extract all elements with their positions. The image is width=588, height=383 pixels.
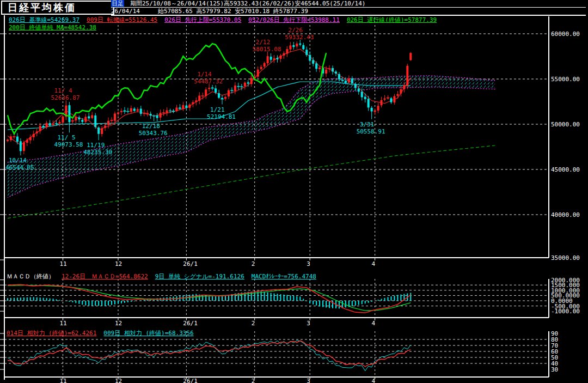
x-axis-label: 4 bbox=[372, 260, 376, 268]
chart-annotation: 3/3150558.91 bbox=[357, 121, 385, 135]
legend-item: MACDｵｼﾚｰﾀｰ=756.4748 bbox=[252, 273, 316, 280]
chart-annotation: 1/2152194.81 bbox=[207, 106, 236, 120]
y-axis-label: 55000.00 bbox=[551, 76, 580, 83]
header-line1: 日足 期間25/10/08～26/04/14(125)高59332.43(26/… bbox=[111, 0, 586, 8]
header: 日足 期間25/10/08～26/04/14(125)高59332.43(26/… bbox=[111, 0, 586, 16]
rsi-legend: 014日 相対力 (終値)=62.4261009日 相対力 (終値)=68.33… bbox=[7, 330, 201, 337]
chart-annotation: 11/ 549073.58 bbox=[54, 134, 83, 148]
x-axis-label: 12 bbox=[115, 378, 122, 383]
x-axis-label: 26/1 bbox=[183, 378, 198, 383]
y-axis-label: 50000.00 bbox=[551, 121, 580, 128]
y-axis-label: -1000.00 bbox=[551, 308, 580, 315]
header-line2: 26/04/14 始57085.65 高57979.82 安57010.18 終… bbox=[111, 8, 586, 16]
legend-item: 052/026日 先行下限=53988.11 bbox=[248, 16, 340, 23]
x-axis-label: 4 bbox=[372, 320, 376, 327]
x-axis-label: 26/1 bbox=[183, 260, 198, 268]
x-axis-label: 4 bbox=[372, 378, 376, 383]
chart-annotation: 10/1446544.05 bbox=[5, 157, 34, 171]
chart-title-box: 日経平均株価 bbox=[1, 1, 114, 15]
legend-item: 009日 相対力 (終値)=68.3356 bbox=[103, 330, 193, 337]
chart-annotation: 11/ 452636.87 bbox=[51, 87, 79, 101]
legend-item: 009日 転換線=55126.45 bbox=[87, 16, 157, 23]
app-window: 10/1446544.0511/ 452636.8711/ 549073.581… bbox=[0, 0, 588, 383]
x-axis-label: 12 bbox=[115, 320, 122, 327]
legend-item: 026日 基準線=54269.37 bbox=[9, 16, 79, 23]
x-axis-label: 11 bbox=[59, 320, 66, 327]
x-axis-label: 3 bbox=[307, 320, 310, 327]
x-axis-label: 12 bbox=[115, 260, 122, 268]
x-axis-label: 2 bbox=[252, 378, 255, 383]
legend-item: 014日 相対力 (終値)=62.4261 bbox=[7, 330, 96, 337]
macd-legend: ＭＡＣＤ（終値）12-26日 ＭＡＣＤ=564.86229日 単純 シグナル=-… bbox=[7, 273, 323, 280]
x-axis-label: 26/1 bbox=[183, 320, 198, 327]
chart-canvas: 10/1446544.0511/ 452636.8711/ 549073.581… bbox=[0, 0, 588, 383]
chart-annotation: 2/1258015.08 bbox=[253, 39, 281, 53]
ichimoku-legend-row1: 026日 基準線=54269.37009日 転換線=55126.45026日 先… bbox=[9, 17, 444, 23]
legend-item: 12-26日 ＭＡＣＤ=564.8622 bbox=[62, 273, 148, 280]
y-axis-label: 40000.00 bbox=[551, 211, 580, 218]
y-axis-label: 45000.00 bbox=[551, 166, 580, 173]
legend-item: 026日 遅行線(終値)=57877.39 bbox=[347, 16, 437, 23]
y-axis-label: 35000.00 bbox=[551, 254, 580, 262]
y-axis-label: 60000.00 bbox=[551, 31, 580, 38]
header-range-text: 期間25/10/08～26/04/14(125)高59332.43(26/02/… bbox=[124, 0, 366, 7]
legend-item: 9日 単純 シグナル=-191.6126 bbox=[155, 273, 244, 280]
legend-item: 026日 先行上限=55370.05 bbox=[164, 16, 241, 23]
legend-item: 200日 終値単純 MA=48542.38 bbox=[9, 24, 96, 31]
x-axis-label: 3 bbox=[307, 260, 310, 268]
stock-chart-svg: 10/1446544.0511/ 452636.8711/ 549073.581… bbox=[0, 0, 588, 383]
x-axis-label: 2 bbox=[252, 260, 255, 268]
page-title: 日経平均株価 bbox=[8, 1, 76, 14]
chart-annotation: 2/2659332.43 bbox=[285, 27, 314, 41]
y-axis-label: 30 bbox=[551, 366, 558, 373]
ichimoku-legend-row2: 200日 終値単純 MA=48542.38 bbox=[9, 25, 103, 31]
x-axis-label: 3 bbox=[307, 378, 310, 383]
x-axis-label: 2 bbox=[252, 320, 255, 327]
chart-annotation: 11/1948235.30 bbox=[83, 142, 112, 156]
chart-annotation: 1/1454487.32 bbox=[194, 71, 223, 85]
period-badge: 日足 bbox=[111, 0, 124, 7]
x-axis-label: 11 bbox=[59, 378, 66, 383]
legend-item: ＭＡＣＤ（終値） bbox=[7, 273, 54, 280]
chart-annotation: 12/1850343.76 bbox=[139, 123, 168, 137]
x-axis-label: 11 bbox=[59, 260, 66, 268]
